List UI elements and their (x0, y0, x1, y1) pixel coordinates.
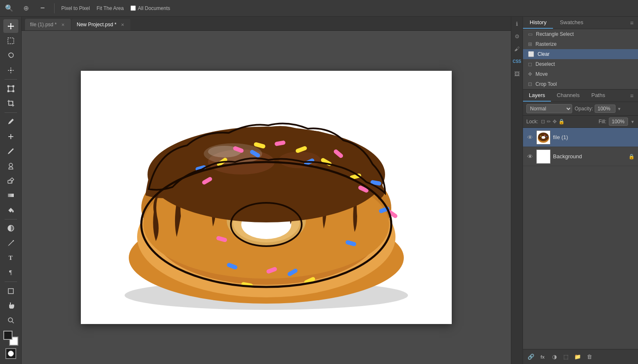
all-documents-check[interactable] (130, 5, 136, 11)
para-text-btn[interactable]: ¶ (3, 266, 18, 279)
magic-wand-btn[interactable] (3, 63, 18, 77)
stamp-tool-btn[interactable] (3, 159, 18, 173)
layers-panel-menu-btn[interactable]: ≡ (625, 92, 638, 99)
tabs-bar: file (1).psd * ✕ New Project.psd * ✕ (22, 17, 511, 31)
history-item-rasterize[interactable]: ⊞ Rasterize (523, 39, 638, 49)
move-tool-btn[interactable] (3, 19, 18, 33)
layer-lock-icon: 🔒 (628, 154, 635, 160)
history-item-label: Clear (538, 51, 550, 57)
paths-tab[interactable]: Paths (585, 90, 611, 102)
gradient-tool-btn[interactable] (3, 188, 18, 202)
new-group-btn[interactable]: 📁 (573, 352, 582, 362)
lock-label: Lock: (526, 119, 538, 125)
history-item-label: Move (535, 71, 548, 77)
svg-point-13 (9, 163, 13, 167)
zoom-tool-btn[interactable] (3, 314, 18, 327)
zoom-out-minus-icon[interactable]: − (38, 3, 48, 13)
all-documents-checkbox[interactable]: All Documents (130, 5, 170, 11)
history-item-rectangle-select[interactable]: ▭ Rectangle Select (523, 29, 638, 39)
adjustments-icon[interactable]: ⚙ (513, 32, 522, 41)
layers-blend-controls: Normal Dissolve Multiply Screen Overlay … (523, 102, 638, 116)
all-documents-label: All Documents (138, 5, 170, 11)
right-panel-inner: ℹ ⚙ 🖌 CSS 🖼 History Swatches ≡ (511, 17, 638, 364)
move-icon: ✥ (528, 71, 532, 77)
image-icon[interactable]: 🖼 (513, 69, 522, 78)
paint-bucket-btn[interactable] (3, 203, 18, 217)
blend-mode-select[interactable]: Normal Dissolve Multiply Screen Overlay (526, 104, 572, 113)
layer-eye-background[interactable]: 👁 (526, 153, 534, 160)
tab-new-project-close[interactable]: ✕ (120, 22, 125, 27)
svg-rect-7 (8, 85, 9, 87)
svg-rect-12 (8, 123, 9, 124)
foreground-color-chip[interactable] (3, 331, 13, 340)
info-icon[interactable]: ℹ (513, 19, 522, 28)
brush-tool-btn[interactable] (3, 144, 18, 158)
svg-line-19 (12, 322, 14, 323)
pixel-to-pixel-btn[interactable]: Pixel to Pixel (61, 5, 90, 11)
history-item-deselect[interactable]: ◻ Deselect (523, 59, 638, 69)
history-item-label: Crop Tool (535, 81, 557, 87)
text-tool-btn[interactable]: T (3, 251, 18, 264)
layer-thumb-background (536, 150, 550, 164)
layer-effects-btn[interactable]: fx (538, 352, 547, 362)
lasso-tool-btn[interactable] (3, 49, 18, 62)
lock-all-icon[interactable]: 🔒 (558, 119, 565, 125)
channels-tab[interactable]: Channels (551, 90, 585, 102)
svg-point-16 (13, 240, 14, 241)
lock-pixels-icon[interactable]: ⊡ (541, 119, 545, 125)
fill-label: Fill: (598, 119, 606, 125)
crop-icon: ⊡ (528, 81, 532, 87)
link-layers-btn[interactable]: 🔗 (526, 352, 535, 362)
mini-panel-icons: ℹ ⚙ 🖌 CSS 🖼 (511, 17, 523, 364)
opacity-dropdown-arrow[interactable]: ▼ (617, 107, 621, 111)
svg-rect-17 (8, 289, 13, 294)
tab-file1-close[interactable]: ✕ (60, 22, 66, 27)
layers-panel: Layers Channels Paths ≡ Normal Dissolve … (523, 90, 638, 364)
layers-tab[interactable]: Layers (523, 90, 551, 102)
lock-position-icon[interactable]: ✥ (553, 119, 557, 125)
history-item-crop[interactable]: ⊡ Crop Tool (523, 79, 638, 89)
layer-mask-btn[interactable]: ◑ (550, 352, 559, 362)
layer-name-file1: file (1) (553, 134, 635, 140)
layer-thumb-file1 (536, 130, 550, 145)
fill-input[interactable] (609, 117, 628, 126)
paint-icon[interactable]: 🖌 (513, 44, 522, 53)
layer-item-file1[interactable]: 👁 (523, 128, 638, 147)
adjustment-layer-btn[interactable]: ⬚ (561, 352, 570, 362)
history-panel-tabs: History Swatches ≡ (523, 17, 638, 29)
lock-image-icon[interactable]: ✏ (547, 119, 551, 125)
hand-tool-btn[interactable] (3, 299, 18, 312)
main-layout: T ¶ file (1).psd (0, 17, 638, 364)
zoom-out-icon[interactable]: 🔍 (4, 3, 14, 13)
layer-eye-file1[interactable]: 👁 (526, 134, 534, 141)
swatches-tab[interactable]: Swatches (553, 17, 590, 29)
opacity-input[interactable] (595, 105, 615, 113)
pen-tool-btn[interactable] (3, 236, 18, 250)
canvas-viewport[interactable] (22, 31, 511, 364)
fg-bg-color[interactable] (3, 331, 18, 346)
css-icon[interactable]: CSS (513, 57, 522, 66)
history-tab[interactable]: History (523, 17, 553, 29)
dodge-tool-btn[interactable] (3, 222, 18, 235)
delete-layer-btn[interactable]: 🗑 (585, 352, 594, 362)
lock-icons: ⊡ ✏ ✥ 🔒 (541, 119, 565, 125)
layer-item-background[interactable]: 👁 Background 🔒 (523, 147, 638, 166)
opacity-label: Opacity: (575, 106, 593, 112)
heal-tool-btn[interactable] (3, 130, 18, 143)
fit-the-area-btn[interactable]: Fit The Area (97, 5, 124, 11)
tab-file1[interactable]: file (1).psd * ✕ (25, 19, 71, 30)
layers-bottom-bar: 🔗 fx ◑ ⬚ 📁 🗑 (523, 349, 638, 364)
transform-tool-btn[interactable] (3, 82, 18, 95)
history-item-clear[interactable]: ⬜ Clear (523, 49, 638, 59)
history-item-move[interactable]: ✥ Move (523, 69, 638, 79)
select-tool-btn[interactable] (3, 34, 18, 47)
history-panel-menu-btn[interactable]: ≡ (625, 17, 638, 29)
fill-dropdown-arrow[interactable]: ▼ (630, 120, 635, 124)
zoom-in-icon[interactable]: ⊕ (21, 3, 31, 13)
shape-tool-btn[interactable] (3, 284, 18, 298)
tab-new-project[interactable]: New Project.psd * ✕ (72, 19, 130, 30)
rasterize-icon: ⊞ (528, 41, 532, 47)
eyedropper-btn[interactable] (3, 115, 18, 129)
eraser-tool-btn[interactable] (3, 174, 18, 187)
crop-tool-btn[interactable] (3, 96, 18, 110)
